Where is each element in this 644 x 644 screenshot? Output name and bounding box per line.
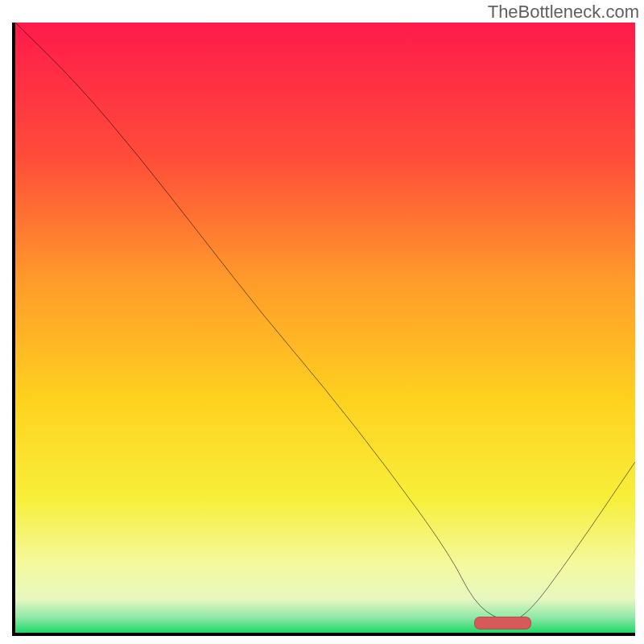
watermark-text: TheBottleneck.com: [488, 2, 639, 23]
bottleneck-chart: TheBottleneck.com: [0, 0, 644, 644]
plot-area: [12, 23, 635, 636]
optimal-region-marker: [474, 617, 531, 630]
bottleneck-curve-line: [15, 23, 635, 633]
